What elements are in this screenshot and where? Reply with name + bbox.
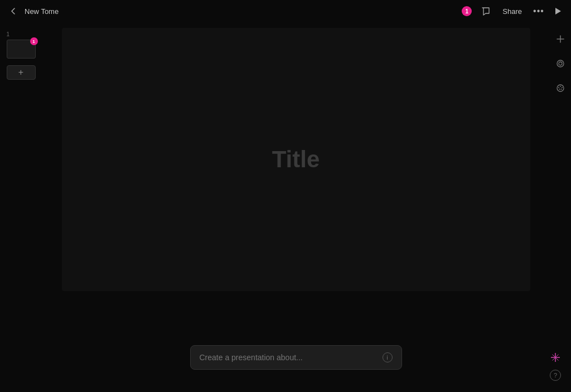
svg-point-7: [560, 86, 561, 87]
sparkle-button[interactable]: [549, 351, 562, 364]
help-button[interactable]: ?: [550, 370, 561, 381]
slide-number: 1: [7, 31, 36, 37]
slide-title: Title: [272, 146, 320, 173]
play-button[interactable]: [551, 4, 564, 18]
header-left: New Tome: [7, 4, 59, 18]
back-button[interactable]: [7, 4, 20, 18]
bottom-right-buttons: ?: [549, 351, 562, 381]
svg-point-4: [559, 62, 562, 65]
document-title: New Tome: [25, 7, 59, 16]
header: New Tome 1 Share •••: [0, 0, 571, 22]
svg-point-3: [557, 60, 564, 67]
sidebar: 1 1 +: [0, 22, 42, 392]
svg-point-9: [561, 89, 562, 90]
comment-button[interactable]: [479, 4, 492, 18]
prompt-bar-container: i: [190, 345, 402, 370]
theme-button[interactable]: [553, 80, 568, 96]
add-element-button[interactable]: [553, 31, 568, 47]
slide-1-thumbnail-wrapper: 1 1: [7, 31, 36, 59]
record-button[interactable]: [553, 56, 568, 71]
prompt-bar: i: [190, 345, 402, 370]
canvas-area: Title i: [42, 22, 550, 392]
svg-point-6: [558, 87, 559, 88]
add-slide-button[interactable]: +: [7, 65, 36, 80]
slide-thumbnail[interactable]: 1: [7, 40, 36, 59]
more-options-button[interactable]: •••: [532, 4, 545, 18]
share-button[interactable]: Share: [498, 5, 526, 18]
svg-point-8: [562, 87, 563, 88]
svg-marker-0: [555, 8, 561, 14]
slide-badge: 1: [30, 37, 38, 45]
header-right: 1 Share •••: [460, 4, 564, 18]
main-area: 1 1 + Title i: [0, 22, 571, 392]
prompt-info-icon[interactable]: i: [383, 352, 393, 362]
right-toolbar: [550, 22, 571, 392]
notification-button[interactable]: 1: [460, 4, 473, 18]
notification-count: 1: [462, 6, 472, 16]
slide-canvas[interactable]: Title: [62, 28, 530, 291]
prompt-input[interactable]: [200, 353, 378, 362]
svg-point-10: [559, 89, 560, 90]
svg-point-5: [557, 85, 564, 91]
